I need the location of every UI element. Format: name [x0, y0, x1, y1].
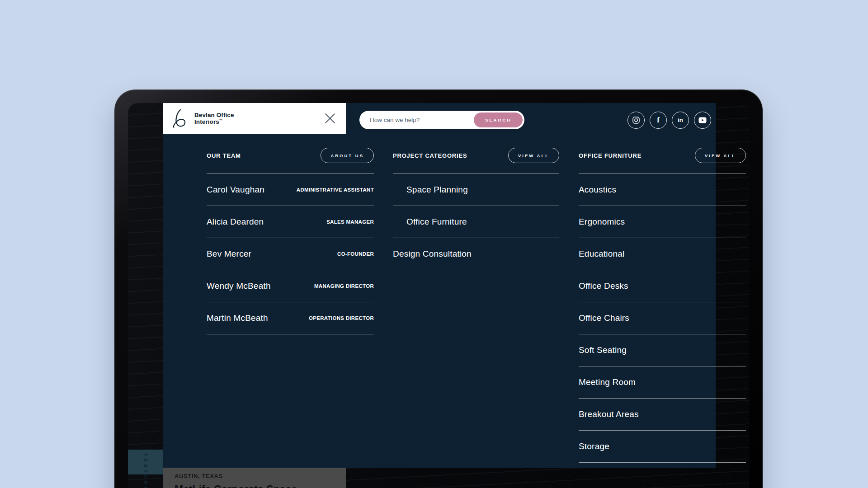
- furniture-category-label: Educational: [579, 249, 625, 259]
- team-member-role: OPERATIONS DIRECTOR: [309, 315, 374, 321]
- furniture-category-label: Meeting Room: [579, 377, 636, 387]
- team-member-row[interactable]: Bev Mercer CO-FOUNDER: [207, 238, 374, 270]
- facebook-icon: f: [657, 116, 660, 125]
- furniture-category-row[interactable]: Ergonomics: [579, 206, 746, 238]
- linkedin-link[interactable]: in: [672, 112, 689, 129]
- featured-section-strip: FEATURED: [128, 450, 163, 474]
- featured-strip-label: FEATURED: [143, 453, 148, 488]
- project-category-label: Design Consultation: [393, 249, 472, 259]
- project-category-label: Space Planning: [393, 185, 468, 195]
- close-menu-button[interactable]: [323, 112, 337, 125]
- featured-project-card[interactable]: AUSTIN, TEXAS MetLife Corporate Space: [163, 468, 346, 488]
- project-categories-heading: PROJECT CATEGORIES: [393, 152, 467, 159]
- furniture-category-row[interactable]: Acoustics: [579, 174, 746, 206]
- project-category-row[interactable]: Design Consultation: [393, 238, 559, 270]
- site-search: SEARCH: [359, 111, 524, 129]
- furniture-category-label: Breakout Areas: [579, 409, 639, 419]
- project-category-row[interactable]: Space Planning: [393, 174, 559, 206]
- team-member-row[interactable]: Wendy McBeath MANAGING DIRECTOR: [207, 270, 374, 302]
- team-member-role: MANAGING DIRECTOR: [314, 283, 374, 289]
- furniture-category-row[interactable]: Meeting Room: [579, 366, 746, 399]
- project-category-row[interactable]: Office Furniture: [393, 206, 559, 238]
- furniture-category-row[interactable]: Breakout Areas: [579, 399, 746, 431]
- office-furniture-heading: OFFICE FURNITURE: [579, 152, 642, 159]
- furniture-category-label: Office Chairs: [579, 313, 629, 323]
- our-team-column: OUR TEAM ABOUT US Carol Vaughan ADMINIST…: [207, 103, 374, 334]
- office-furniture-list: Acoustics Ergonomics Educational Office …: [579, 174, 746, 463]
- facebook-link[interactable]: f: [650, 112, 667, 129]
- team-member-row[interactable]: Martin McBeath OPERATIONS DIRECTOR: [207, 302, 374, 334]
- project-category-label: Office Furniture: [393, 217, 467, 227]
- youtube-link[interactable]: [694, 112, 711, 129]
- close-icon: [324, 113, 336, 124]
- team-member-name: Wendy McBeath: [207, 281, 271, 291]
- featured-project-title: MetLife Corporate Space: [175, 483, 346, 488]
- brand-header: Bevlan Office Interiors™: [163, 103, 346, 134]
- furniture-category-label: Ergonomics: [579, 217, 625, 227]
- search-input[interactable]: [359, 117, 474, 123]
- team-member-name: Carol Vaughan: [207, 185, 264, 195]
- furniture-category-row[interactable]: Office Desks: [579, 270, 746, 302]
- instagram-link[interactable]: [627, 112, 645, 129]
- furniture-category-row[interactable]: Storage: [579, 431, 746, 463]
- furniture-category-row[interactable]: Educational: [579, 238, 746, 270]
- team-member-name: Martin McBeath: [207, 313, 268, 323]
- our-team-heading: OUR TEAM: [207, 152, 241, 159]
- linkedin-icon: in: [678, 117, 683, 123]
- team-member-name: Bev Mercer: [207, 249, 251, 259]
- office-furniture-view-all-button[interactable]: VIEW ALL: [695, 148, 746, 163]
- furniture-category-label: Soft Seating: [579, 345, 627, 355]
- mega-menu-panel: OUR TEAM ABOUT US Carol Vaughan ADMINIST…: [163, 103, 716, 468]
- bevlan-logo-icon: [172, 108, 190, 129]
- social-links: f in: [627, 111, 711, 129]
- featured-project-location: AUSTIN, TEXAS: [175, 473, 346, 479]
- project-categories-view-all-button[interactable]: VIEW ALL: [508, 148, 559, 163]
- furniture-category-label: Office Desks: [579, 281, 628, 291]
- furniture-category-label: Acoustics: [579, 185, 616, 195]
- about-us-button[interactable]: ABOUT US: [321, 148, 374, 163]
- search-button[interactable]: SEARCH: [474, 113, 523, 127]
- team-member-name: Alicia Dearden: [207, 217, 264, 227]
- furniture-category-row[interactable]: Soft Seating: [579, 334, 746, 366]
- instagram-icon: [632, 117, 640, 124]
- project-categories-list: Space Planning Office Furniture Design C…: [393, 174, 559, 270]
- trademark-symbol: ™: [219, 119, 222, 122]
- website-screen: FEATURED AUSTIN, TEXAS MetLife Corporate…: [128, 103, 749, 488]
- furniture-category-label: Storage: [579, 441, 609, 451]
- our-team-list: Carol Vaughan ADMINISTRATIVE ASSISTANT A…: [207, 174, 374, 334]
- team-member-role: SALES MANAGER: [326, 219, 374, 225]
- youtube-icon: [698, 117, 707, 123]
- brand-name: Bevlan Office Interiors™: [194, 112, 234, 125]
- team-member-row[interactable]: Carol Vaughan ADMINISTRATIVE ASSISTANT: [207, 174, 374, 206]
- office-furniture-column: OFFICE FURNITURE VIEW ALL Acoustics Ergo…: [579, 103, 746, 463]
- team-member-role: CO-FOUNDER: [337, 251, 374, 257]
- laptop-device-frame: FEATURED AUSTIN, TEXAS MetLife Corporate…: [114, 89, 763, 488]
- team-member-role: ADMINISTRATIVE ASSISTANT: [297, 187, 374, 192]
- furniture-category-row[interactable]: Office Chairs: [579, 302, 746, 334]
- team-member-row[interactable]: Alicia Dearden SALES MANAGER: [207, 206, 374, 238]
